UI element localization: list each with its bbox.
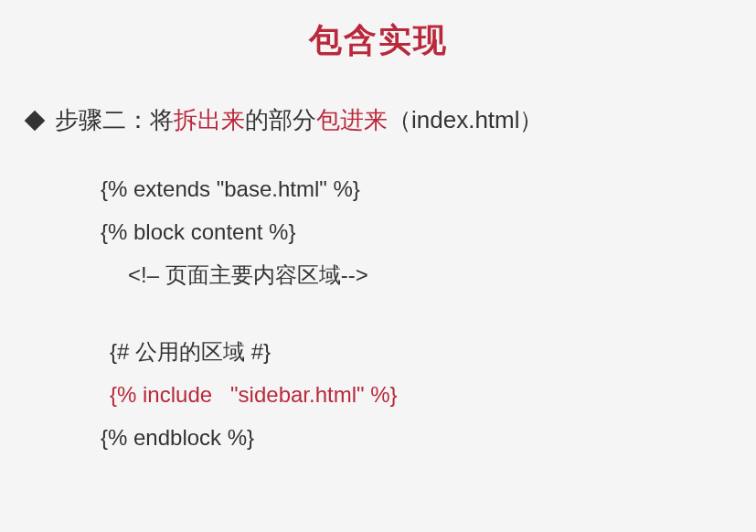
step-mid: 的部分	[245, 106, 316, 133]
code-line-comment-jinja: {# 公用的区域 #}	[101, 331, 729, 374]
step-highlight1: 拆出来	[174, 106, 245, 133]
code-line-comment-html: <!– 页面主要内容区域-->	[101, 254, 729, 297]
step-text: 步骤二：将拆出来的部分包进来（index.html）	[55, 104, 544, 136]
step-label: 步骤二：	[55, 106, 150, 133]
step-suffix: （index.html）	[388, 106, 544, 133]
step-highlight2: 包进来	[316, 106, 388, 133]
step-heading: 步骤二：将拆出来的部分包进来（index.html）	[27, 104, 729, 136]
code-block: {% extends "base.html" %} {% block conte…	[101, 168, 729, 460]
bullet-diamond-icon	[25, 110, 46, 131]
code-line-endblock: {% endblock %}	[101, 417, 729, 460]
blank-line	[101, 296, 729, 331]
code-line-block: {% block content %}	[101, 211, 729, 254]
code-line-include: {% include "sidebar.html" %}	[101, 374, 729, 417]
step-prefix: 将	[150, 106, 174, 133]
slide-title: 包含实现	[27, 18, 729, 63]
code-line-extends: {% extends "base.html" %}	[101, 168, 729, 211]
